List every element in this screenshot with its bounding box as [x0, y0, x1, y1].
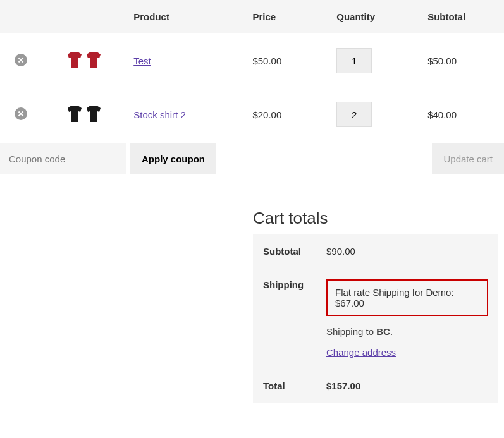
shipping-destination: Shipping to BC. [326, 326, 488, 337]
coupon-input[interactable] [0, 143, 126, 174]
header-price: Price [245, 0, 329, 34]
product-link[interactable]: Test [133, 56, 151, 66]
product-subtotal: $50.00 [420, 34, 504, 88]
quantity-input[interactable] [336, 102, 372, 127]
remove-item-button[interactable] [15, 54, 27, 66]
cart-actions: Apply coupon Update cart [0, 143, 504, 174]
update-cart-button[interactable]: Update cart [432, 143, 504, 174]
product-link[interactable]: Stock shirt 2 [133, 109, 186, 120]
header-quantity: Quantity [329, 0, 420, 34]
apply-coupon-button[interactable]: Apply coupon [130, 143, 216, 174]
shipping-method: Flat rate Shipping for Demo: $67.00 [326, 279, 488, 316]
change-address-link[interactable]: Change address [326, 347, 396, 358]
subtotal-label: Subtotal [253, 234, 316, 268]
header-product: Product [126, 0, 245, 34]
total-label: Total [253, 369, 316, 403]
product-price: $20.00 [245, 88, 329, 142]
total-value: $157.00 [316, 369, 498, 403]
subtotal-value: $90.00 [316, 234, 498, 268]
product-thumbnail[interactable] [66, 51, 102, 70]
remove-item-button[interactable] [15, 107, 27, 120]
table-row: Test $50.00 $50.00 [0, 34, 504, 88]
product-price: $50.00 [245, 34, 329, 88]
cart-totals-title: Cart totals [253, 209, 498, 228]
header-subtotal: Subtotal [420, 0, 504, 34]
shipping-label: Shipping [253, 268, 316, 369]
quantity-input[interactable] [336, 48, 372, 73]
product-thumbnail[interactable] [66, 104, 102, 123]
table-row: Stock shirt 2 $20.00 $40.00 [0, 88, 504, 142]
cart-table: Product Price Quantity Subtotal Test $50… [0, 0, 504, 141]
product-subtotal: $40.00 [420, 88, 504, 142]
cart-totals: Cart totals Subtotal $90.00 Shipping Fla… [253, 209, 498, 403]
